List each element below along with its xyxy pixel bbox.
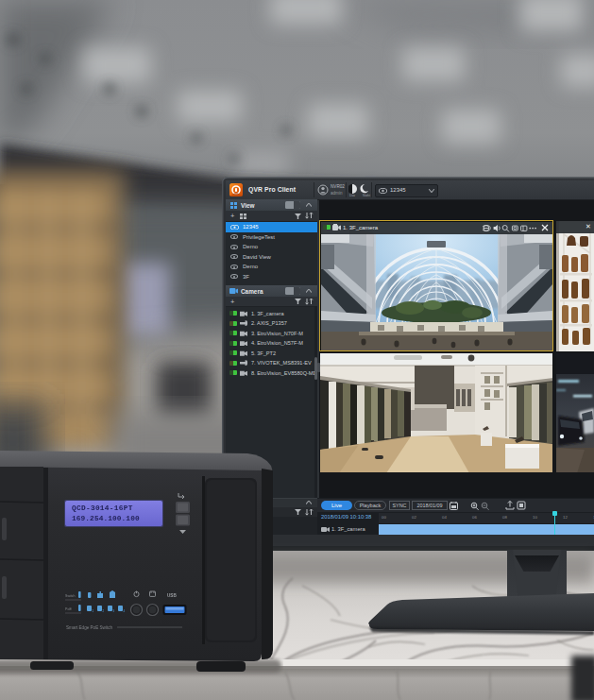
svg-text:169.254.100.100: 169.254.100.100: [72, 515, 140, 522]
svg-text:Smart Edge PoE Switch: Smart Edge PoE Switch: [66, 625, 112, 630]
svg-text:Switch: Switch: [65, 594, 76, 598]
svg-text:Day: Day: [349, 194, 355, 196]
svg-text:Night: Night: [363, 194, 370, 196]
svg-text:PoE: PoE: [65, 607, 72, 611]
svg-text:USB: USB: [167, 593, 177, 598]
svg-text:QCD-3014-16PT: QCD-3014-16PT: [72, 504, 133, 512]
